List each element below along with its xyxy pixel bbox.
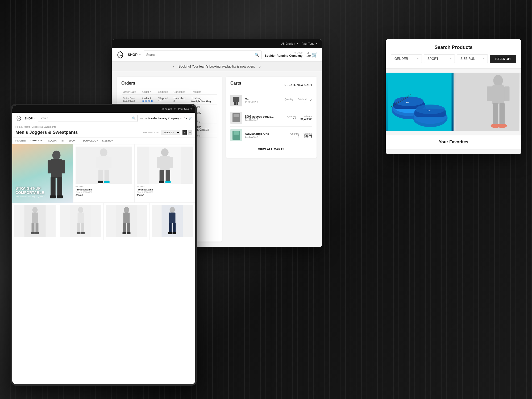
- filter-category[interactable]: CATEGORY: [31, 139, 44, 142]
- cart-thumbnail: [230, 95, 242, 106]
- svg-rect-18: [48, 160, 52, 174]
- tablet-search-icon[interactable]: 🔍: [132, 117, 136, 120]
- cart-item[interactable]: Cart 11/30/2017 Quantity — Subtotal —: [230, 92, 312, 109]
- svg-rect-28: [108, 157, 112, 168]
- search-icon[interactable]: 🔍: [255, 53, 259, 57]
- tablet-search-bar: 🔍: [38, 115, 138, 122]
- col-tracking: Tracking: [190, 89, 217, 95]
- search-input[interactable]: [146, 53, 253, 57]
- tablet-cart[interactable]: Cart 🛒: [184, 117, 192, 120]
- cart-area[interactable]: 0 Cart 🛒: [306, 52, 318, 58]
- svg-rect-41: [32, 223, 35, 233]
- filter-color[interactable]: COLOR: [48, 139, 57, 142]
- svg-rect-42: [36, 223, 39, 233]
- cart-qty-subtotal: Quantity — Subtotal —: [284, 98, 306, 103]
- svg-rect-82: [492, 85, 504, 104]
- svg-rect-14: [51, 177, 56, 197]
- search-products-title: Search Products: [391, 45, 516, 50]
- cart-item[interactable]: Z005 access seque... 12/29/2017 Quantity…: [230, 109, 312, 127]
- svg-point-39: [32, 207, 38, 213]
- svg-rect-58: [127, 232, 131, 234]
- breadcrumb: Home / Men's / Joggers & Sweatpants: [12, 124, 195, 130]
- shop-button[interactable]: SHOP: [128, 53, 141, 57]
- product-card[interactable]: [149, 203, 195, 240]
- cart-qty-subtotal: Quantity 4 Subtotal $78.79: [290, 132, 312, 138]
- tablet-shop-chevron-icon: [34, 118, 36, 119]
- svg-text:UA: UA: [428, 109, 431, 112]
- svg-rect-55: [123, 223, 126, 233]
- sort-select[interactable]: SORT BY: [161, 130, 180, 135]
- product-card[interactable]: 0 Colors Product Name Style # 00000000 $…: [134, 144, 195, 203]
- product-name: Product Name: [76, 188, 132, 191]
- col-order-num: Order #: [141, 89, 157, 95]
- svg-rect-63: [173, 223, 176, 233]
- user-chevron-icon: [316, 43, 318, 44]
- product-card[interactable]: 0 Colors Product Name Style # 00000000 $…: [73, 144, 134, 203]
- language-chevron-icon: [297, 43, 298, 44]
- product-hero-banner[interactable]: STRAIGHT-UPCOMFORTABLE Your favorites, f…: [12, 144, 73, 203]
- filter-size-run[interactable]: SIZE RUN: [102, 139, 113, 142]
- sport-dropdown[interactable]: SPORT: [424, 55, 455, 63]
- list-view-button[interactable]: ☰: [188, 130, 192, 135]
- shop-chevron-icon: [139, 54, 141, 55]
- product-card[interactable]: [58, 203, 104, 240]
- filter-fit[interactable]: FIT: [61, 139, 65, 142]
- gender-dropdown[interactable]: GENDER: [391, 55, 422, 63]
- product-image-person: [454, 73, 521, 131]
- view-all-carts-button[interactable]: VIEW ALL CARTS: [230, 145, 312, 153]
- svg-rect-61: [169, 213, 176, 223]
- svg-rect-26: [104, 181, 110, 183]
- svg-rect-15: [57, 177, 63, 197]
- create-cart-button[interactable]: CREATE NEW CART: [284, 84, 312, 86]
- tablet-shop-button[interactable]: SHOP: [24, 117, 36, 120]
- product-name: Product Name: [137, 188, 193, 191]
- tablet-language-selector[interactable]: US English: [161, 108, 176, 110]
- grid-view-button[interactable]: ⊞: [182, 130, 187, 135]
- store-chevron-icon: [301, 57, 302, 58]
- tablet-user-menu[interactable]: Paul Tyng: [178, 108, 192, 110]
- hero-subtext: Your favorites, for everything you do.: [15, 196, 46, 197]
- table-row[interactable]: Order Date11/18/2018 Order #6068358 Ship…: [122, 95, 217, 105]
- svg-rect-36: [157, 157, 160, 168]
- user-menu[interactable]: Paul Tyng: [301, 42, 318, 45]
- size-run-dropdown[interactable]: SIZE RUN: [457, 55, 488, 63]
- page-header: Men's Joggers & Sweatpants 853 RESULTS S…: [12, 130, 195, 137]
- svg-rect-23: [98, 170, 103, 182]
- cart-item[interactable]: twovicsaug172nd 11/30/2017 Quantity 4 Su…: [230, 127, 312, 144]
- svg-rect-24: [105, 170, 109, 182]
- search-bar: 🔍: [144, 51, 261, 59]
- svg-text:UA: UA: [119, 54, 122, 56]
- svg-rect-22: [99, 156, 109, 171]
- svg-text:UA: UA: [18, 118, 20, 119]
- filter-sport[interactable]: SPORT: [69, 139, 77, 142]
- svg-point-30: [161, 148, 168, 156]
- svg-rect-40: [32, 213, 38, 223]
- right-panel: Search Products GENDER SPORT SIZE RUN SE…: [386, 39, 521, 154]
- svg-rect-50: [77, 232, 81, 234]
- svg-rect-7: [234, 114, 239, 117]
- results-area: 853 RESULTS SORT BY ⊞ ☰: [143, 130, 192, 135]
- store-info: At Once Boulder Running Company: [265, 51, 302, 58]
- next-announcement-button[interactable]: ›: [259, 64, 261, 69]
- svg-rect-65: [173, 232, 176, 234]
- product-card[interactable]: [12, 203, 58, 240]
- tablet-window: US English Paul Tyng UA SHOP 🔍 At Once B…: [11, 104, 197, 386]
- gender-chevron-icon: [417, 58, 418, 59]
- cart-info: Cart 11/30/2017: [245, 98, 282, 104]
- product-image: [137, 147, 193, 184]
- col-cancelled: Cancelled: [172, 89, 190, 95]
- product-card[interactable]: [104, 203, 149, 240]
- svg-point-86: [497, 124, 507, 128]
- favorites-section: Your Favorites: [386, 135, 521, 149]
- prev-announcement-button[interactable]: ‹: [173, 64, 174, 69]
- svg-rect-56: [127, 223, 130, 233]
- filter-technology[interactable]: TECHNOLOGY: [81, 139, 98, 142]
- language-selector[interactable]: US English: [281, 42, 298, 45]
- product-style: Style # 00000000: [137, 191, 193, 193]
- col-order-date: Order Date: [122, 89, 141, 95]
- tablet-search-input[interactable]: [40, 117, 131, 120]
- tablet-lang-chevron-icon: [174, 109, 176, 110]
- search-button[interactable]: SEARCH: [490, 55, 516, 63]
- svg-rect-64: [168, 232, 172, 234]
- svg-point-21: [100, 148, 107, 156]
